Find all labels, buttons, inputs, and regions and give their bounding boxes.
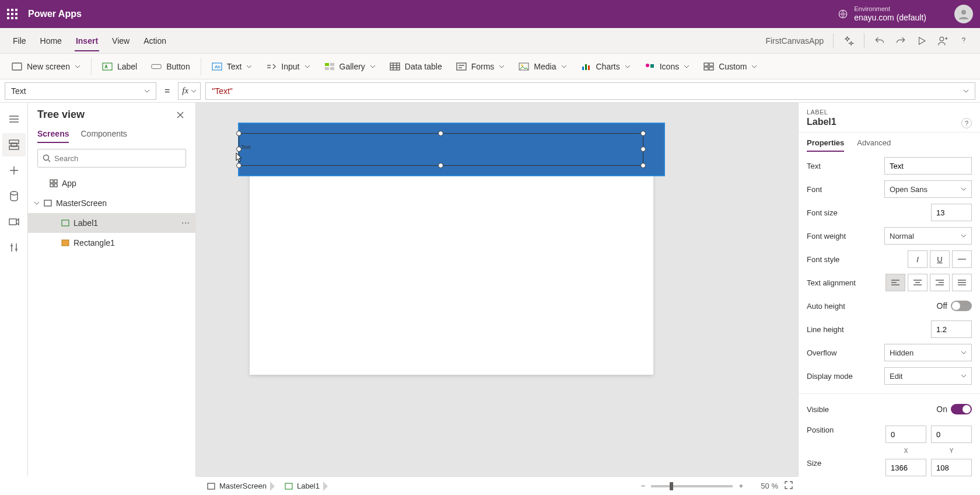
menu-action[interactable]: Action (136, 33, 173, 49)
chevron-down-icon (191, 88, 197, 94)
play-icon[interactable] (911, 31, 932, 51)
svg-rect-23 (704, 67, 708, 70)
align-center-button[interactable] (908, 274, 928, 291)
breadcrumb-label[interactable]: Label1 (278, 477, 331, 496)
prop-displaymode-select[interactable]: Edit (884, 367, 972, 385)
visible-toggle[interactable] (951, 404, 972, 414)
size-w-input[interactable] (886, 459, 926, 476)
canvas-screen[interactable]: Text (250, 139, 653, 375)
menu-insert[interactable]: Insert (69, 33, 105, 49)
underline-button[interactable]: U (930, 250, 950, 268)
icons-icon (645, 61, 655, 72)
position-x-label: X (886, 448, 926, 454)
size-h-input[interactable] (931, 459, 972, 476)
rail-data[interactable] (2, 184, 26, 208)
help-icon[interactable] (953, 31, 974, 51)
label-button[interactable]: Label (95, 57, 144, 76)
menu-home[interactable]: Home (33, 33, 69, 49)
share-icon[interactable] (932, 31, 953, 51)
tree-item-rectangle1[interactable]: Rectangle1 (28, 233, 195, 253)
svg-rect-4 (103, 63, 112, 70)
canvas[interactable]: Text (196, 103, 798, 476)
prop-size-label: Size (807, 459, 886, 468)
tab-components[interactable]: Components (80, 126, 127, 143)
props-help-icon[interactable]: ? (961, 118, 972, 128)
table-icon (390, 61, 400, 72)
svg-rect-17 (585, 64, 587, 70)
user-avatar[interactable] (954, 5, 973, 23)
svg-rect-9 (330, 63, 334, 66)
formula-input[interactable]: "Text" (205, 82, 975, 100)
prop-lineheight-input[interactable] (931, 320, 972, 338)
search-icon (43, 154, 51, 162)
svg-point-1 (961, 10, 966, 15)
canvas-rectangle[interactable]: Text (238, 123, 665, 176)
redo-icon[interactable] (890, 31, 911, 51)
zoom-out-button[interactable]: − (641, 482, 646, 490)
zoom-slider[interactable] (651, 485, 733, 487)
fx-button[interactable]: fx (178, 82, 201, 100)
rail-media[interactable] (2, 210, 26, 233)
tree-screen[interactable]: MasterScreen (28, 193, 195, 213)
svg-point-28 (10, 191, 18, 195)
svg-rect-33 (50, 184, 53, 187)
label-icon (61, 218, 70, 228)
position-y-input[interactable] (931, 426, 972, 443)
zoom-in-button[interactable]: + (738, 482, 743, 490)
charts-menu[interactable]: Charts (574, 57, 638, 76)
tree-item-label1[interactable]: Label1 ⋯ (28, 213, 195, 233)
button-insert[interactable]: Button (144, 57, 197, 76)
gallery-menu[interactable]: Gallery (317, 57, 383, 76)
menu-file[interactable]: File (6, 33, 33, 49)
forms-menu[interactable]: Forms (449, 57, 512, 76)
custom-menu[interactable]: Custom (696, 57, 764, 76)
undo-icon[interactable] (869, 31, 890, 51)
fit-screen-icon[interactable] (784, 480, 793, 491)
tree-app[interactable]: App (28, 173, 195, 193)
svg-rect-3 (12, 63, 22, 70)
prop-text-input[interactable] (884, 157, 972, 175)
italic-button[interactable]: I (908, 250, 928, 268)
app-checker-icon[interactable] (838, 31, 859, 51)
property-dropdown[interactable]: Text (5, 82, 156, 100)
app-file-name[interactable]: FirstCanvasApp (765, 36, 824, 46)
breadcrumb-screen[interactable]: MasterScreen (201, 477, 278, 496)
chevron-down-icon[interactable] (34, 200, 40, 206)
rail-add[interactable] (2, 159, 26, 182)
close-icon[interactable] (174, 109, 186, 121)
more-icon[interactable]: ⋯ (181, 218, 190, 228)
input-menu[interactable]: Input (259, 57, 317, 76)
environment-picker[interactable]: Environment enayu.com (default) (838, 5, 926, 23)
rail-treeview[interactable] (2, 133, 26, 156)
tree-search[interactable] (37, 149, 186, 168)
strike-button[interactable] (952, 250, 972, 268)
props-tab-advanced[interactable]: Advanced (857, 135, 891, 152)
position-x-input[interactable] (886, 426, 926, 443)
datatable-button[interactable]: Data table (383, 57, 449, 76)
new-screen-button[interactable]: New screen (5, 57, 88, 76)
screen-icon (206, 482, 216, 491)
canvas-label-selected[interactable]: Text (239, 133, 643, 166)
props-tab-properties[interactable]: Properties (807, 135, 844, 152)
svg-rect-38 (208, 483, 215, 489)
cursor-icon (236, 152, 243, 163)
prop-fontweight-select[interactable]: Normal (884, 227, 972, 245)
prop-font-select[interactable]: Open Sans (884, 180, 972, 198)
rail-advanced[interactable] (2, 236, 26, 259)
align-right-button[interactable] (930, 274, 950, 291)
media-menu[interactable]: Media (512, 57, 573, 76)
svg-rect-16 (582, 67, 584, 70)
align-left-button[interactable] (886, 274, 905, 291)
align-justify-button[interactable] (952, 274, 972, 291)
menu-view[interactable]: View (105, 33, 136, 49)
rail-hamburger[interactable] (2, 107, 26, 131)
waffle-icon[interactable] (7, 9, 18, 19)
icons-menu[interactable]: Icons (638, 57, 696, 76)
props-title: Label1 (807, 117, 972, 127)
prop-overflow-select[interactable]: Hidden (884, 344, 972, 361)
prop-fontsize-input[interactable] (931, 204, 972, 221)
tab-screens[interactable]: Screens (37, 126, 69, 143)
text-menu[interactable]: Ab Text (205, 57, 260, 76)
search-input[interactable] (54, 154, 181, 163)
autoheight-toggle[interactable] (951, 301, 972, 311)
